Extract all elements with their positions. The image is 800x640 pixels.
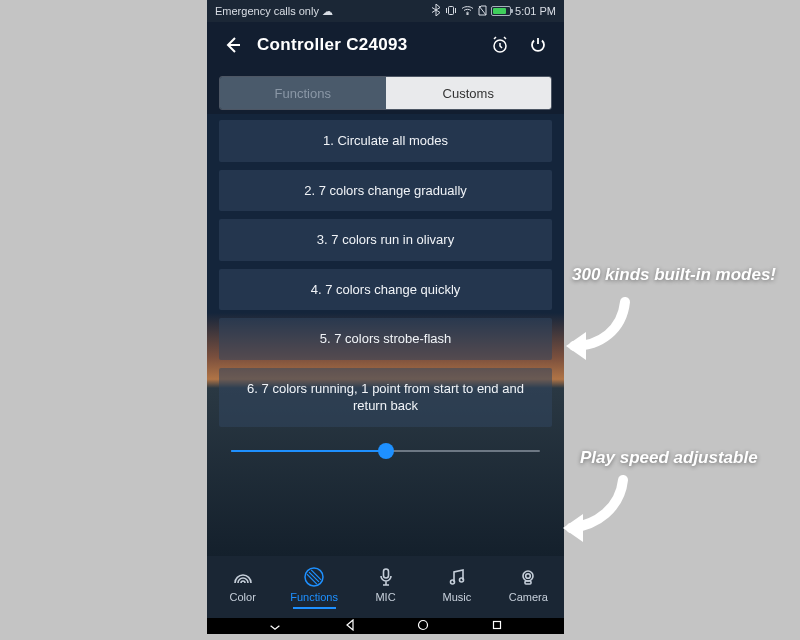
- svg-rect-4: [383, 569, 388, 578]
- tab-customs[interactable]: Customs: [386, 77, 552, 109]
- chevron-down-icon[interactable]: [268, 617, 282, 635]
- cloud-icon: ☁: [322, 5, 333, 18]
- app-header: Controller C24093: [207, 22, 564, 68]
- mode-item[interactable]: 4. 7 colors change quickly: [219, 269, 552, 311]
- bottom-tab-bar: Color Functions MIC Music: [207, 556, 564, 618]
- tab-mic[interactable]: MIC: [350, 556, 421, 618]
- svg-rect-0: [449, 6, 454, 14]
- mode-item[interactable]: 3. 7 colors run in olivary: [219, 219, 552, 261]
- speed-slider[interactable]: [219, 427, 552, 469]
- svg-point-10: [419, 621, 428, 630]
- svg-point-5: [450, 580, 454, 584]
- power-button[interactable]: [524, 31, 552, 59]
- rainbow-icon: [232, 566, 254, 588]
- svg-rect-11: [493, 622, 500, 629]
- back-button[interactable]: [219, 31, 247, 59]
- music-icon: [446, 566, 468, 588]
- android-recents-icon[interactable]: [491, 617, 503, 635]
- android-back-icon[interactable]: [344, 617, 356, 635]
- carrier-text: Emergency calls only: [215, 5, 319, 17]
- annotation-modes: 300 kinds built-in modes!: [572, 265, 776, 285]
- status-bar: Emergency calls only ☁ 5:01 PM: [207, 0, 564, 22]
- tab-functions[interactable]: Functions: [220, 77, 386, 109]
- mic-icon: [375, 566, 397, 588]
- bluetooth-icon: [431, 4, 441, 18]
- battery-icon: [491, 6, 511, 16]
- mode-item[interactable]: 2. 7 colors change gradually: [219, 170, 552, 212]
- svg-point-6: [459, 578, 463, 582]
- tab-music[interactable]: Music: [421, 556, 492, 618]
- clock-text: 5:01 PM: [515, 5, 556, 17]
- mode-item[interactable]: 6. 7 colors running, 1 point from start …: [219, 368, 552, 427]
- mode-item[interactable]: 1. Circulate all modes: [219, 120, 552, 162]
- alarm-button[interactable]: [486, 31, 514, 59]
- wifi-icon: [461, 5, 474, 17]
- svg-point-7: [523, 571, 533, 581]
- arrow-icon: [555, 470, 635, 550]
- vibrate-icon: [445, 5, 457, 18]
- segmented-control: Functions Customs: [207, 68, 564, 114]
- page-title: Controller C24093: [257, 35, 476, 55]
- svg-point-8: [526, 574, 531, 579]
- content-area: 1. Circulate all modes 2. 7 colors chang…: [207, 114, 564, 556]
- mode-list: 1. Circulate all modes 2. 7 colors chang…: [219, 120, 552, 427]
- camera-icon: [517, 566, 539, 588]
- android-home-icon[interactable]: [417, 617, 429, 635]
- phone-frame: Emergency calls only ☁ 5:01 PM Controlle…: [207, 0, 564, 634]
- arrow-icon: [560, 290, 640, 370]
- svg-rect-9: [525, 581, 531, 584]
- android-nav-bar: [207, 618, 564, 634]
- annotation-speed: Play speed adjustable: [580, 448, 758, 468]
- tab-color[interactable]: Color: [207, 556, 278, 618]
- tab-functions-bottom[interactable]: Functions: [278, 556, 349, 618]
- svg-point-1: [467, 13, 469, 15]
- tab-camera[interactable]: Camera: [493, 556, 564, 618]
- sim-icon: [478, 5, 487, 18]
- mode-item[interactable]: 5. 7 colors strobe-flash: [219, 318, 552, 360]
- hatch-icon: [303, 566, 325, 588]
